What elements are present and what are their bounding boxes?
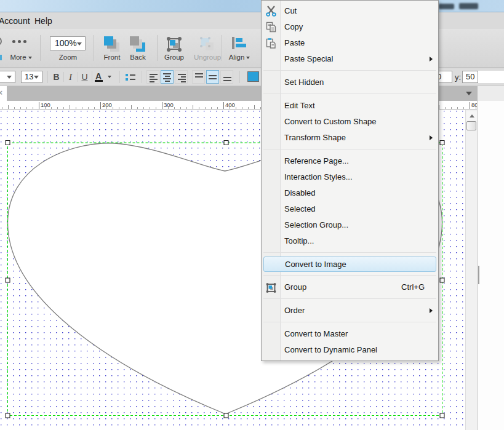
handle-middle-right[interactable]: [440, 278, 444, 282]
font-size-value: 13: [25, 72, 33, 81]
font-size-caret-icon: [34, 76, 39, 79]
ruler-tick-400: [223, 102, 224, 109]
handle-top-left[interactable]: [6, 141, 10, 145]
menu-item-disabled[interactable]: Disabled: [262, 185, 438, 201]
zoom-caret-icon: [77, 42, 82, 46]
menu-shortcut: Ctrl+G: [401, 279, 425, 295]
front-label: Front: [101, 54, 123, 61]
align-center-button[interactable]: [161, 70, 174, 84]
format-separator: [142, 71, 142, 83]
ruler-label-300: 300: [164, 102, 174, 108]
menu-account[interactable]: Account: [0, 12, 30, 29]
ruler-tick-300: [162, 102, 162, 109]
format-separator: [239, 71, 240, 83]
ungroup-label: Ungroup: [191, 54, 223, 61]
bullet-list-button[interactable]: [124, 71, 137, 83]
menu-item-transform-shape[interactable]: Transform Shape: [262, 130, 438, 146]
menu-item-group[interactable]: Group Ctrl+G: [262, 279, 438, 295]
menu-item-tooltip[interactable]: Tooltip...: [262, 233, 438, 249]
menu-item-convert-to-image[interactable]: Convert to Image: [263, 257, 436, 272]
menu-separator: [262, 295, 438, 303]
font-family-caret-icon: [7, 76, 12, 79]
window-title-text-fragment: [439, 4, 454, 9]
menu-item-order[interactable]: Order: [262, 303, 438, 319]
valign-top-button[interactable]: [192, 70, 205, 84]
align-right-button[interactable]: [175, 70, 188, 84]
submenu-arrow-icon: [430, 308, 433, 313]
ruler-label-400: 400: [225, 102, 235, 108]
more-label: More: [6, 54, 36, 61]
more-caret-icon: [28, 57, 32, 59]
font-color-swatch: [95, 80, 103, 82]
zoom-combobox[interactable]: 100%: [50, 36, 86, 50]
menu-item-selected[interactable]: Selected: [262, 201, 438, 217]
menu-item-cut[interactable]: Cut: [262, 3, 438, 19]
font-color-button[interactable]: A: [94, 70, 112, 84]
vertical-scrollbar[interactable]: [465, 110, 477, 430]
ruler-label-100: 100: [41, 102, 50, 108]
context-menu: Cut Copy Paste Paste Special Set Hidden …: [261, 0, 439, 361]
menu-item-convert-to-master[interactable]: Convert to Master: [262, 326, 438, 342]
menu-item-selection-group[interactable]: Selection Group...: [262, 217, 438, 233]
menu-item-interaction-styles[interactable]: Interaction Styles...: [262, 169, 438, 185]
y-coordinate-value: 50: [466, 72, 474, 81]
zoom-value: 100%: [55, 38, 77, 48]
submenu-arrow-icon: [430, 135, 433, 140]
submenu-arrow-icon: [430, 57, 433, 62]
scrollbar-thumb[interactable]: [466, 121, 476, 130]
menu-item-paste-special[interactable]: Paste Special: [262, 51, 438, 67]
back-label: Back: [127, 54, 149, 61]
menu-help[interactable]: Help: [34, 12, 52, 29]
bold-button[interactable]: B: [50, 70, 63, 84]
handle-bottom-left[interactable]: [6, 413, 10, 418]
menu-item-convert-to-custom-shape[interactable]: Convert to Custom Shape: [262, 114, 438, 130]
y-coordinate-input[interactable]: 50: [462, 71, 478, 83]
handle-top-center[interactable]: [224, 141, 228, 145]
font-color-caret-icon: [108, 76, 111, 78]
fill-color-button[interactable]: [247, 71, 259, 82]
back-icon: [130, 36, 146, 52]
underline-button[interactable]: U: [78, 70, 91, 84]
handle-middle-left[interactable]: [6, 278, 10, 282]
tab-list-dropdown-icon[interactable]: [466, 92, 472, 95]
align-label: Align: [225, 54, 254, 61]
copy-icon: [266, 22, 276, 33]
format-separator: [47, 71, 48, 83]
menu-item-reference-page[interactable]: Reference Page...: [262, 153, 438, 169]
window-title-text-fragment: [459, 3, 478, 9]
clipped-toolbar-icon: [0, 37, 2, 46]
splitter-handle[interactable]: [478, 266, 479, 284]
y-coordinate-label: y:: [455, 73, 461, 82]
handle-bottom-center[interactable]: [224, 413, 228, 418]
panel-edge-strip: [478, 101, 504, 430]
scissors-icon: [266, 6, 276, 17]
clipped-toolbar-label: [0, 55, 2, 60]
toolbar-separator: [40, 35, 41, 61]
menu-item-paste[interactable]: Paste: [262, 35, 438, 51]
menu-separator: [262, 146, 438, 153]
font-size-combobox[interactable]: 13: [21, 71, 42, 83]
menu-item-convert-to-dynamic-panel[interactable]: Convert to Dynamic Panel: [262, 342, 438, 358]
handle-bottom-right[interactable]: [440, 413, 444, 418]
ungroup-icon: [199, 36, 215, 52]
align-caret-icon: [246, 57, 250, 59]
formatbar-right-panel: [478, 71, 504, 83]
valign-middle-button[interactable]: [206, 70, 219, 84]
ruler-label-200: 200: [102, 102, 112, 108]
menu-item-copy[interactable]: Copy: [262, 19, 438, 35]
menu-item-set-hidden[interactable]: Set Hidden: [262, 74, 438, 90]
format-separator: [119, 71, 120, 83]
valign-bottom-button[interactable]: [220, 70, 233, 84]
scroll-up-button[interactable]: [466, 111, 477, 121]
zoom-label: Zoom: [50, 54, 86, 61]
font-family-combobox[interactable]: [0, 71, 15, 83]
menu-separator: [262, 90, 438, 98]
tab-bar-right-spacer: [478, 86, 504, 101]
active-page-tab[interactable]: ×: [0, 86, 7, 101]
menu-item-edit-text[interactable]: Edit Text: [262, 98, 438, 114]
tab-close-icon[interactable]: ×: [0, 89, 2, 97]
align-left-button[interactable]: [146, 70, 159, 84]
format-separator: [92, 71, 92, 83]
italic-button[interactable]: I: [64, 70, 77, 84]
handle-top-right[interactable]: [440, 141, 444, 145]
